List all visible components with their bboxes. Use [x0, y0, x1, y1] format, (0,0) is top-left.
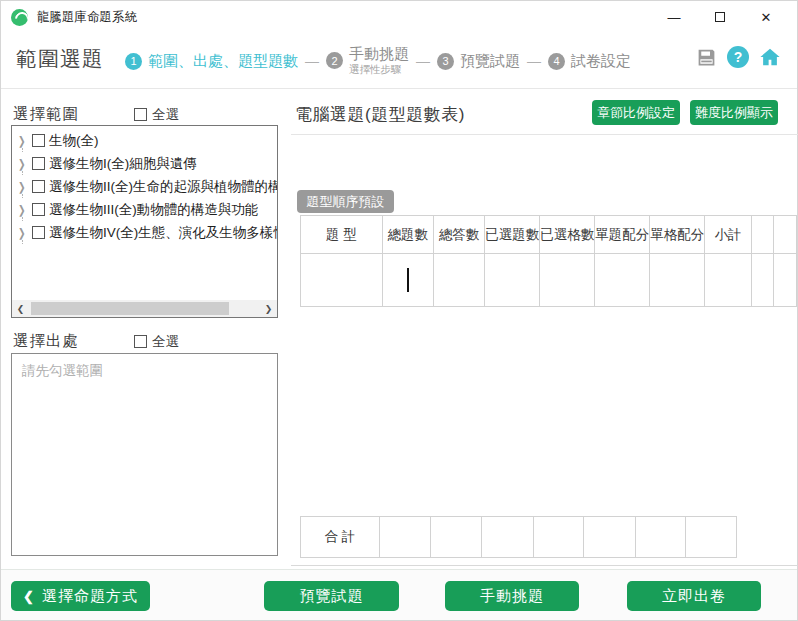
text-caret: [407, 268, 409, 292]
cell-extra-1[interactable]: [751, 254, 774, 307]
source-section-title: 選擇出處: [13, 331, 79, 352]
preview-questions-button[interactable]: 預覽試題: [264, 581, 399, 611]
step-3-label: 預覽試題: [460, 52, 520, 71]
tree-item-elective-bio-3[interactable]: ❯ 選修生物III(全)動物體的構造與功能: [12, 198, 277, 221]
scroll-left-icon[interactable]: ❮: [12, 300, 29, 317]
cell-selected-blanks[interactable]: [540, 254, 595, 307]
cell-total-answers[interactable]: [433, 254, 484, 307]
col-extra-2: [774, 216, 797, 254]
range-select-all-checkbox[interactable]: [134, 108, 147, 121]
table-empty-row: [301, 254, 797, 307]
chapter-ratio-button[interactable]: 章節比例設定: [592, 100, 680, 125]
choose-question-mode-button[interactable]: ❮ 選擇命題方式: [11, 581, 150, 611]
expand-chevron-icon[interactable]: ❯: [18, 203, 30, 216]
tree-item-checkbox[interactable]: [32, 180, 45, 193]
step-dash: —: [305, 53, 319, 69]
step-2-manual-pick: 2 手動挑題 選擇性步驟: [326, 46, 409, 75]
divider: [291, 134, 798, 135]
range-select-all[interactable]: 全選: [134, 106, 179, 124]
step-4-label: 試卷設定: [571, 52, 631, 71]
cell-points-per-question[interactable]: [595, 254, 650, 307]
total-answers-value: [431, 517, 482, 558]
tree-item-checkbox[interactable]: [32, 134, 45, 147]
col-extra-1: [751, 216, 774, 254]
source-select-all-label: 全選: [152, 333, 179, 351]
cell-points-per-blank[interactable]: [650, 254, 705, 307]
cell-extra-2[interactable]: [774, 254, 797, 307]
maximize-icon: [715, 12, 725, 22]
col-selected-questions: 已選題數: [485, 216, 540, 254]
col-selected-blanks: 已選格數: [540, 216, 595, 254]
difficulty-ratio-button[interactable]: 難度比例顯示: [690, 100, 778, 125]
maximize-button[interactable]: [697, 1, 743, 33]
total-row-table: 合 計: [300, 516, 737, 558]
close-button[interactable]: ✕: [743, 1, 789, 33]
source-select-all-checkbox[interactable]: [134, 335, 147, 348]
tree-item-checkbox[interactable]: [32, 226, 45, 239]
table-header-row: 題 型 總題數 總答數 已選題數 已選格數 單題配分 單格配分 小計: [301, 216, 797, 254]
total-selected-blanks-value: [534, 517, 584, 558]
chevron-left-icon: ❮: [23, 589, 35, 604]
type-order-preset-button[interactable]: 題型順序預設: [297, 190, 394, 213]
title-bar: 龍騰題庫命題系統 — ✕: [1, 1, 797, 33]
home-icon[interactable]: [759, 46, 781, 68]
expand-chevron-icon[interactable]: ❯: [18, 134, 30, 147]
source-select-all[interactable]: 全選: [134, 333, 179, 351]
cell-selected-questions[interactable]: [485, 254, 540, 307]
range-section-title: 選擇範圍: [13, 104, 79, 125]
step-1-range: 1 範圍、出處、題型題數: [125, 52, 298, 71]
scroll-right-icon[interactable]: ❯: [260, 300, 277, 317]
step-2-badge: 2: [326, 52, 343, 69]
step-dash: —: [527, 53, 541, 69]
expand-chevron-icon[interactable]: ❯: [18, 157, 30, 170]
step-3-badge: 3: [437, 53, 454, 70]
step-3-preview: 3 預覽試題: [437, 52, 520, 71]
cell-question-type[interactable]: [301, 254, 383, 307]
range-select-all-label: 全選: [152, 106, 179, 124]
col-points-per-blank: 單格配分: [650, 216, 705, 254]
total-subtotal-value: [686, 517, 737, 558]
expand-chevron-icon[interactable]: ❯: [18, 180, 30, 193]
cell-subtotal[interactable]: [705, 254, 752, 307]
divider: [291, 565, 798, 566]
wizard-steps: 1 範圍、出處、題型題數 — 2 手動挑題 選擇性步驟 — 3 預覽試題 — 4…: [125, 41, 631, 81]
tree-item-elective-bio-4[interactable]: ❯ 選修生物IV(全)生態、演化及生物多樣性: [12, 221, 277, 244]
col-subtotal: 小計: [705, 216, 752, 254]
total-label: 合 計: [301, 517, 380, 558]
horizontal-scrollbar[interactable]: ❮ ❯: [12, 300, 277, 317]
save-icon[interactable]: [695, 46, 717, 68]
step-4-paper-settings: 4 試卷設定: [548, 52, 631, 71]
step-4-badge: 4: [548, 53, 565, 70]
cell-total-questions[interactable]: [382, 254, 433, 307]
tree-item-biology-all[interactable]: ❯ 生物(全): [12, 129, 277, 152]
total-points-per-question-value: [584, 517, 636, 558]
page-header: 範圍選題 1 範圍、出處、題型題數 — 2 手動挑題 選擇性步驟 — 3 預覽試…: [1, 33, 797, 89]
col-points-per-question: 單題配分: [595, 216, 650, 254]
step-1-label: 範圍、出處、題型題數: [148, 52, 298, 71]
total-selected-questions-value: [482, 517, 534, 558]
step-dash: —: [416, 53, 430, 69]
total-row: 合 計: [301, 517, 737, 558]
source-placeholder: 請先勾選範圍: [22, 362, 103, 380]
main-panel-title: 電腦選題(題型題數表): [295, 103, 465, 126]
tree-item-checkbox[interactable]: [32, 157, 45, 170]
tree-item-checkbox[interactable]: [32, 203, 45, 216]
expand-chevron-icon[interactable]: ❯: [18, 226, 30, 239]
manual-pick-button[interactable]: 手動挑題: [445, 581, 579, 611]
col-total-questions: 總題數: [382, 216, 433, 254]
step-2-label: 手動挑題: [349, 46, 409, 63]
generate-paper-button[interactable]: 立即出卷: [627, 581, 761, 611]
scrollbar-thumb[interactable]: [31, 302, 229, 315]
help-icon[interactable]: ?: [727, 46, 749, 68]
window-title: 龍騰題庫命題系統: [37, 9, 137, 26]
col-question-type: 題 型: [301, 216, 383, 254]
minimize-button[interactable]: —: [651, 1, 697, 33]
tree-item-elective-bio-1[interactable]: ❯ 選修生物I(全)細胞與遺傳: [12, 152, 277, 175]
app-window: 龍騰題庫命題系統 — ✕ 範圍選題 1 範圍、出處、題型題數 — 2 手動挑題 …: [0, 0, 798, 621]
total-questions-value: [380, 517, 431, 558]
col-total-answers: 總答數: [433, 216, 484, 254]
footer-bar: ❮ 選擇命題方式 預覽試題 手動挑題 立即出卷: [1, 569, 797, 620]
app-logo-icon: [11, 9, 28, 26]
range-tree: ❯ 生物(全) ❯ 選修生物I(全)細胞與遺傳 ❯ 選修生物II(全)生命的起源…: [11, 125, 278, 318]
tree-item-elective-bio-2[interactable]: ❯ 選修生物II(全)生命的起源與植物體的構造: [12, 175, 277, 198]
